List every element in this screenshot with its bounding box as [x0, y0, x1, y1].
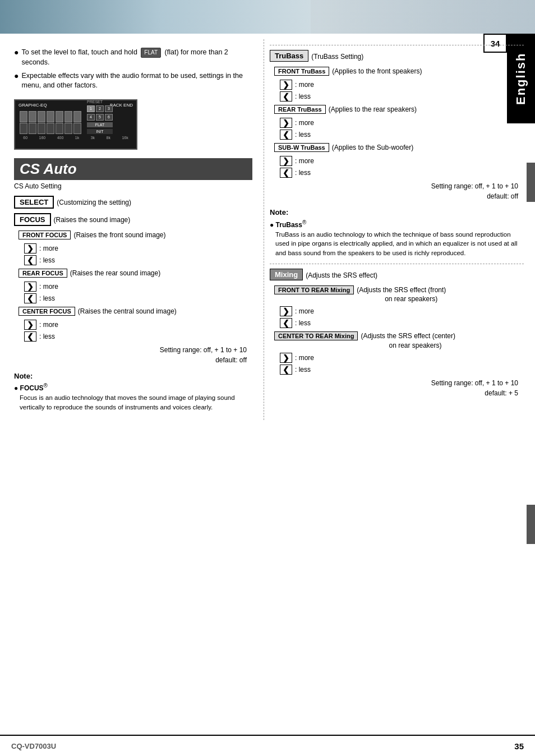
front-trubass-more-btn[interactable]: ❯: [280, 80, 292, 90]
bullet-dot-2: ●: [14, 71, 19, 81]
eq-bar-up-5: [56, 111, 63, 122]
focus-desc: (Raises the sound image): [54, 216, 131, 224]
eq-bar-group-3: [38, 111, 45, 134]
eq-bar-up-3: [38, 111, 45, 122]
eq-bar-down-6: [64, 123, 72, 134]
eq-bar-up-2: [29, 111, 36, 122]
eq-bar-down-1: [20, 123, 27, 134]
rear-focus-less-btn[interactable]: ❮: [24, 293, 36, 303]
front-focus-desc: (Raises the front sound image): [73, 231, 165, 239]
rear-trubass-label: REAR TruBass: [274, 105, 326, 114]
footer-page-number: 35: [514, 741, 524, 751]
left-note-bullet: ● FOCUS: [14, 384, 44, 392]
center-focus-row: CENTER FOCUS (Raises the central sound i…: [19, 307, 252, 317]
center-focus-less-row: ❮ : less: [24, 331, 252, 342]
right-mixing-setting-range-line2: default: + 5: [270, 388, 518, 398]
front-to-rear-mixing-section: FRONT TO REAR Mixing (Adjusts the SRS ef…: [274, 285, 524, 329]
rear-focus-more-btn[interactable]: ❯: [24, 282, 36, 292]
left-note-superscript: ®: [44, 382, 48, 389]
eq-bar-group-5: [56, 111, 63, 134]
eq-bar-group-6: [64, 111, 72, 134]
eq-preset-4[interactable]: 4: [87, 114, 95, 121]
center-focus-more-row: ❯ : more: [24, 320, 252, 330]
front-trubass-desc: (Applies to the front speakers): [332, 67, 422, 75]
eq-bar-group-1: [20, 111, 27, 134]
eq-preset-2[interactable]: 2: [96, 105, 104, 112]
subw-trubass-more-row: ❯ : more: [280, 156, 524, 166]
select-label: SELECT: [14, 196, 54, 209]
eq-preset-1[interactable]: 1: [87, 105, 95, 112]
rear-trubass-less-btn[interactable]: ❮: [280, 130, 292, 140]
trubass-note-title: Note:: [270, 207, 524, 218]
page-footer: CQ-VD7003U 35: [0, 735, 535, 756]
subw-trubass-less-btn[interactable]: ❮: [280, 168, 292, 178]
subw-trubass-desc: (Applies to the Sub-woofer): [332, 144, 413, 151]
eq-bar-up-4: [47, 111, 54, 122]
eq-init-btn[interactable]: INIT: [87, 129, 113, 134]
eq-freq-60: 60: [23, 136, 27, 140]
eq-bar-down-7: [73, 123, 81, 134]
rear-trubass-more-row: ❯ : more: [280, 118, 524, 128]
select-row: SELECT (Customizing the setting): [14, 196, 252, 211]
front-trubass-row: FRONT TruBass (Applies to the front spea…: [274, 67, 524, 77]
mixing-header-paren: (Adjusts the SRS effect): [306, 271, 377, 279]
bullet-text-2: Expectable effects vary with the audio f…: [21, 71, 252, 91]
bullet-section: ● To set the level to flat, touch and ho…: [14, 48, 252, 91]
eq-preset-5[interactable]: 5: [96, 114, 104, 121]
center-focus-label: CENTER FOCUS: [19, 307, 75, 316]
eq-bar-group-7: [73, 111, 81, 134]
center-to-rear-mixing-desc: (Adjusts the SRS effect (center) on rear…: [361, 331, 455, 351]
eq-bar-group-4: [47, 111, 54, 134]
trubass-note-superscript: ®: [302, 219, 306, 225]
center-to-rear-mixing-row: CENTER TO REAR Mixing (Adjusts the SRS e…: [274, 331, 524, 351]
eq-bar-down-3: [38, 123, 45, 134]
center-focus-less-btn[interactable]: ❮: [24, 331, 36, 342]
left-note-bullet-row: ● FOCUS®: [14, 381, 252, 393]
front-to-rear-mixing-desc: (Adjusts the SRS effect (front) on rear …: [357, 285, 446, 305]
eq-bar-up-1: [20, 111, 27, 122]
front-focus-section: FRONT FOCUS (Raises the front sound imag…: [19, 231, 252, 265]
rear-trubass-more-btn[interactable]: ❯: [280, 118, 292, 128]
front-focus-more-btn[interactable]: ❯: [24, 243, 36, 253]
eq-title-bar: GRAPHIC-EQ BACK END: [17, 103, 134, 108]
right-trubass-setting-range-line1: Setting range: off, + 1 to + 10: [270, 181, 518, 191]
right-trubass-setting-range: Setting range: off, + 1 to + 10 default:…: [270, 181, 518, 201]
left-column: ● To set the level to flat, touch and ho…: [0, 39, 264, 420]
subw-trubass-more-label: : more: [295, 157, 314, 165]
trubass-header-label: TruBass: [270, 50, 308, 62]
eq-flat-btn[interactable]: FLAT: [87, 122, 113, 127]
eq-title-text: GRAPHIC-EQ: [19, 103, 47, 108]
eq-preset-6[interactable]: 6: [105, 114, 113, 121]
left-setting-range: Setting range: off, + 1 to + 10 default:…: [14, 345, 247, 365]
right-accent-bar-1: [527, 163, 535, 202]
subw-trubass-more-btn[interactable]: ❯: [280, 156, 292, 166]
center-focus-more-btn[interactable]: ❯: [24, 320, 36, 330]
front-to-rear-mixing-less-label: : less: [295, 319, 311, 327]
front-to-rear-mixing-less-row: ❮ : less: [280, 318, 524, 328]
center-to-rear-mixing-more-btn[interactable]: ❯: [280, 353, 292, 363]
front-trubass-less-btn[interactable]: ❮: [280, 91, 292, 102]
eq-freq-1k: 1k: [75, 136, 79, 140]
eq-bar-up-6: [64, 111, 72, 122]
bullet-text-1: To set the level to flat, touch and hold…: [21, 48, 252, 68]
top-image-strip: [0, 0, 535, 34]
front-trubass-section: FRONT TruBass (Applies to the front spea…: [274, 67, 524, 102]
center-focus-less-label: : less: [39, 333, 55, 340]
eq-bar-down-5: [56, 123, 63, 134]
trubass-note-section: Note: ● TruBass® TruBass is an audio tec…: [270, 207, 524, 258]
rear-focus-more-row: ❯ : more: [24, 282, 252, 292]
bullet-item-2: ● Expectable effects vary with the audio…: [14, 71, 252, 91]
center-to-rear-mixing-less-btn[interactable]: ❮: [280, 365, 292, 375]
right-mixing-setting-range-line1: Setting range: off, + 1 to + 10: [270, 378, 518, 388]
front-to-rear-mixing-more-btn[interactable]: ❯: [280, 306, 292, 316]
rear-focus-row: REAR FOCUS (Raises the rear sound image): [19, 269, 252, 279]
eq-bar-up-7: [73, 111, 81, 122]
eq-preset-3[interactable]: 3: [105, 105, 113, 112]
right-accent-bar-2: [527, 505, 535, 544]
front-trubass-less-row: ❮ : less: [280, 91, 524, 102]
rear-focus-section: REAR FOCUS (Raises the rear sound image)…: [19, 269, 252, 303]
front-to-rear-mixing-less-btn[interactable]: ❮: [280, 318, 292, 328]
front-focus-less-btn[interactable]: ❮: [24, 255, 36, 265]
eq-display: GRAPHIC-EQ BACK END: [14, 99, 137, 150]
trubass-header-row: TruBass (TruBass Setting): [270, 50, 524, 63]
